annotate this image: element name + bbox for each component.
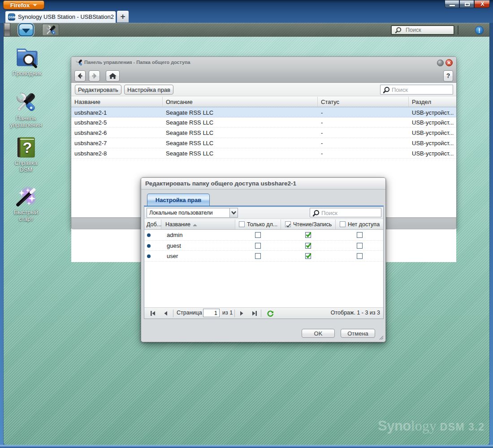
svg-text:?: ?	[23, 139, 32, 156]
